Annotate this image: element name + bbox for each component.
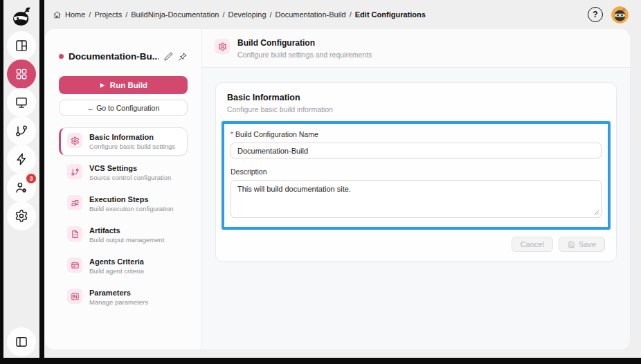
build-sidebar: Documentation-Bu... Run Build ← Go to Co… xyxy=(45,29,202,349)
breadcrumb-separator: / xyxy=(350,10,352,19)
home-icon xyxy=(53,10,62,19)
rail-vcs-button[interactable] xyxy=(7,116,36,145)
dashboard-icon xyxy=(15,39,28,53)
menu-item-sublabel: Build agent criteria xyxy=(89,267,144,275)
gear-icon xyxy=(15,209,28,223)
cancel-label: Cancel xyxy=(521,240,544,248)
menu-item-label: Execution Steps xyxy=(89,195,173,203)
required-marker: * xyxy=(231,130,233,138)
breadcrumb-projects[interactable]: Projects xyxy=(94,10,122,19)
user-avatar[interactable] xyxy=(611,6,629,24)
build-configuration-name-input[interactable] xyxy=(231,143,602,158)
ninja-logo-icon xyxy=(9,5,34,30)
rail-users-button[interactable]: 3 xyxy=(7,173,36,202)
menu-item-sublabel: Source control configuration xyxy=(89,174,171,181)
git-branch-icon xyxy=(15,124,28,138)
pin-icon[interactable] xyxy=(178,52,188,62)
menu-item-sublabel: Build output management xyxy=(89,236,164,244)
rail-dashboard-button[interactable] xyxy=(7,31,36,60)
app-logo[interactable] xyxy=(8,3,35,31)
app-shell: Home / Projects / BuildNinja-Documentati… xyxy=(44,0,641,358)
menu-item-sublabel: Build execution configuration xyxy=(89,205,173,212)
breadcrumb-build[interactable]: Documentation-Build xyxy=(276,10,346,19)
goto-configuration-label: ← Go to Configuration xyxy=(87,104,159,112)
menu-item-basic-information[interactable]: Basic Information Configure basic build … xyxy=(59,127,188,156)
basic-information-card: Basic Information Configure basic build … xyxy=(215,82,617,262)
lightning-icon xyxy=(15,152,28,166)
menu-item-execution-steps[interactable]: Execution Steps Build execution configur… xyxy=(59,190,188,218)
menu-item-label: Agents Criteria xyxy=(89,257,144,266)
topbar-actions: ? xyxy=(588,6,629,24)
save-floppy-icon xyxy=(568,241,575,248)
git-branch-icon xyxy=(67,164,82,179)
edit-pencil-icon[interactable] xyxy=(163,52,173,62)
content-panel: Documentation-Bu... Run Build ← Go to Co… xyxy=(45,29,630,349)
user-gear-icon xyxy=(15,181,28,194)
page-subtitle: Configure build settings and requirement… xyxy=(237,51,372,59)
menu-item-label: VCS Settings xyxy=(89,164,171,172)
play-icon xyxy=(99,82,105,89)
save-label: Save xyxy=(579,240,596,248)
menu-item-label: Parameters xyxy=(89,289,148,297)
panel-left-icon xyxy=(15,335,28,349)
card-subtitle: Configure basic build information xyxy=(227,105,605,113)
name-field-label: *Build Configuration Name xyxy=(231,130,602,138)
form-actions: Cancel Save xyxy=(227,237,605,252)
card-title: Basic Information xyxy=(227,93,605,102)
goto-configuration-button[interactable]: ← Go to Configuration xyxy=(59,100,188,116)
rail-projects-button[interactable] xyxy=(7,60,36,89)
steps-icon xyxy=(67,195,82,210)
menu-item-label: Artifacts xyxy=(89,226,164,235)
rail-settings-button[interactable] xyxy=(7,201,36,230)
menu-item-sublabel: Manage parameters xyxy=(89,298,148,306)
breadcrumb-subproject[interactable]: Developing xyxy=(228,10,266,19)
highlight-box: *Build Configuration Name Description Th… xyxy=(222,121,611,230)
monitor-icon xyxy=(15,95,28,109)
icon-rail: 3 xyxy=(3,0,39,358)
avatar-ninja-icon xyxy=(611,6,629,24)
page-header: Build Configuration Configure build sett… xyxy=(202,29,630,68)
resize-handle-icon[interactable] xyxy=(594,210,599,215)
menu-item-vcs-settings[interactable]: VCS Settings Source control configuratio… xyxy=(59,158,188,187)
main-area: Build Configuration Configure build sett… xyxy=(202,29,630,349)
breadcrumb-home[interactable]: Home xyxy=(65,10,85,19)
run-build-button[interactable]: Run Build xyxy=(59,76,188,94)
breadcrumb-current: Edit Configurations xyxy=(355,10,426,19)
projects-grid-icon xyxy=(15,67,28,81)
description-textarea[interactable]: This will build documentation site. xyxy=(231,180,602,218)
settings-menu: Basic Information Configure basic build … xyxy=(59,127,188,311)
run-build-label: Run Build xyxy=(110,81,147,89)
description-field-label: Description xyxy=(231,167,602,176)
menu-item-sublabel: Configure basic build settings xyxy=(89,143,175,150)
breadcrumb-separator: / xyxy=(125,10,127,19)
menu-item-parameters[interactable]: Parameters Manage parameters xyxy=(59,283,188,311)
menu-item-artifacts[interactable]: Artifacts Build output management xyxy=(59,221,188,249)
menu-item-agents-criteria[interactable]: Agents Criteria Build agent criteria xyxy=(59,252,188,280)
cancel-button[interactable]: Cancel xyxy=(512,237,553,252)
breadcrumb-separator: / xyxy=(270,10,272,19)
description-field-wrap: This will build documentation site. xyxy=(231,180,602,218)
file-icon xyxy=(67,226,82,242)
breadcrumb-project[interactable]: BuildNinja-Documentation xyxy=(131,10,219,19)
save-button[interactable]: Save xyxy=(559,237,605,252)
breadcrumb-separator: / xyxy=(89,10,91,19)
status-dot xyxy=(59,54,64,59)
gear-icon xyxy=(67,133,82,148)
build-title: Documentation-Bu... xyxy=(69,51,159,62)
rail-activity-button[interactable] xyxy=(7,145,36,174)
help-button[interactable]: ? xyxy=(588,7,603,22)
notification-badge: 3 xyxy=(26,174,36,183)
question-mark-icon: ? xyxy=(593,10,597,19)
build-title-row: Documentation-Bu... xyxy=(59,51,188,62)
rail-agents-button[interactable] xyxy=(7,88,36,117)
page-title: Build Configuration xyxy=(237,38,372,48)
rail-collapse-button[interactable] xyxy=(7,327,36,356)
top-bar: Home / Projects / BuildNinja-Documentati… xyxy=(44,0,641,29)
breadcrumb: Home / Projects / BuildNinja-Documentati… xyxy=(53,10,426,19)
gear-icon xyxy=(215,39,230,54)
agent-card-icon xyxy=(67,257,82,273)
sliders-icon xyxy=(67,289,82,304)
breadcrumb-separator: / xyxy=(222,10,224,19)
menu-item-label: Basic Information xyxy=(89,133,175,141)
